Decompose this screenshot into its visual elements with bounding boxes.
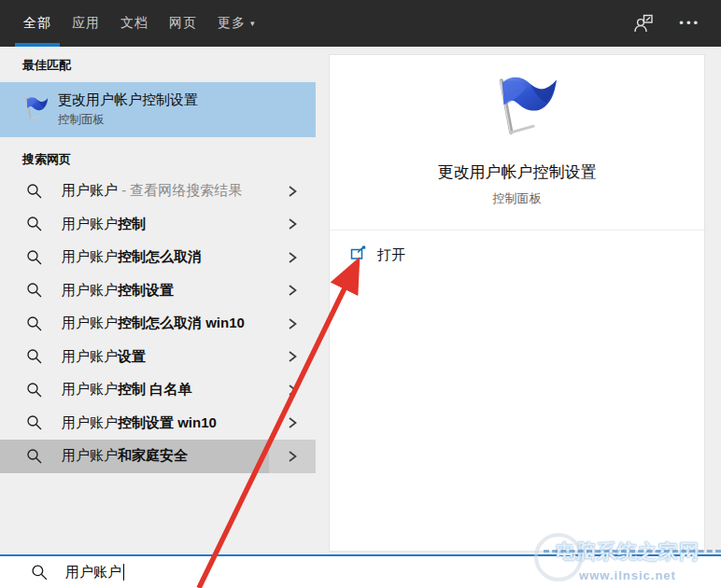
best-match-subtitle: 控制面板 xyxy=(58,112,198,128)
search-icon xyxy=(26,249,43,266)
search-input-bar[interactable]: 用户账户 xyxy=(0,554,721,588)
suggestion-text: 用户账户控制设置 win10 xyxy=(62,414,267,432)
search-top-bar: 全部 应用 文档 网页 更多 ▾ ••• xyxy=(0,0,721,47)
web-search-header: 搜索网页 xyxy=(0,137,316,175)
suggestion-text: 用户账户和家庭安全 xyxy=(62,447,267,465)
search-icon xyxy=(26,448,43,465)
tab-documents-label: 文档 xyxy=(120,15,148,32)
chevron-right-icon[interactable] xyxy=(269,407,316,441)
filter-tabs: 全部 应用 文档 网页 更多 ▾ xyxy=(13,0,266,47)
best-match-title: 更改用户帐户控制设置 xyxy=(58,91,198,109)
suggestion-row[interactable]: 用户账户控制设置 win10 xyxy=(0,407,316,441)
suggestion-text: 用户账户控制 白名单 xyxy=(62,381,267,399)
feedback-user-icon[interactable] xyxy=(632,12,655,35)
chevron-right-icon[interactable] xyxy=(269,307,316,341)
suggestion-row-highlighted[interactable]: 用户账户和家庭安全 xyxy=(0,440,316,473)
tab-more-label: 更多 xyxy=(218,15,246,32)
tab-all[interactable]: 全部 xyxy=(13,0,62,47)
preview-subtitle: 控制面板 xyxy=(493,190,542,207)
open-external-icon xyxy=(350,245,366,264)
divider xyxy=(330,230,704,231)
search-icon xyxy=(26,315,43,332)
chevron-right-icon[interactable] xyxy=(269,175,316,208)
search-icon xyxy=(26,183,43,200)
suggestion-text: 用户账户控制怎么取消 win10 xyxy=(62,315,267,332)
tab-web-label: 网页 xyxy=(169,15,197,32)
suggestion-text: 用户账户 - 查看网络搜索结果 xyxy=(62,182,267,200)
uac-flag-icon-large xyxy=(473,72,562,150)
suggestion-row[interactable]: 用户账户控制怎么取消 xyxy=(0,241,316,274)
best-match-item[interactable]: 更改用户帐户控制设置 控制面板 xyxy=(0,82,316,137)
open-label: 打开 xyxy=(377,246,405,264)
tab-web[interactable]: 网页 xyxy=(159,0,207,47)
chevron-right-icon[interactable] xyxy=(269,373,316,407)
open-action[interactable]: 打开 xyxy=(330,245,704,264)
preview-panel: 更改用户帐户控制设置 控制面板 打开 xyxy=(329,54,705,552)
search-results-area: 最佳匹配 更改用户帐户控制设置 控制面板 搜索网页 用户账户 - 查看网络搜索结… xyxy=(0,47,721,554)
tab-more[interactable]: 更多 ▾ xyxy=(207,0,266,47)
suggestion-row[interactable]: 用户账户设置 xyxy=(0,341,316,374)
suggestion-row[interactable]: 用户账户控制 白名单 xyxy=(0,373,316,407)
chevron-right-icon[interactable] xyxy=(269,440,316,473)
suggestion-row[interactable]: 用户账户 - 查看网络搜索结果 xyxy=(0,175,316,208)
suggestion-text: 用户账户设置 xyxy=(62,348,267,366)
search-icon xyxy=(31,564,49,581)
preview-title: 更改用户帐户控制设置 xyxy=(438,161,597,183)
ellipsis-icon[interactable]: ••• xyxy=(679,0,700,47)
tab-all-label: 全部 xyxy=(23,15,51,32)
search-icon xyxy=(26,348,43,365)
search-input-value[interactable]: 用户账户 xyxy=(65,564,121,581)
tab-apps-label: 应用 xyxy=(72,15,100,32)
suggestion-text: 用户账户控制怎么取消 xyxy=(62,248,267,266)
chevron-right-icon[interactable] xyxy=(269,341,316,374)
search-icon xyxy=(26,216,43,232)
search-icon xyxy=(26,382,43,399)
suggestion-row[interactable]: 用户账户控制 xyxy=(0,208,316,242)
tab-apps[interactable]: 应用 xyxy=(62,0,110,47)
results-left-panel: 最佳匹配 更改用户帐户控制设置 控制面板 搜索网页 用户账户 - 查看网络搜索结… xyxy=(0,47,316,554)
best-match-header: 最佳匹配 xyxy=(0,47,316,82)
text-cursor xyxy=(123,564,124,581)
chevron-right-icon[interactable] xyxy=(269,241,316,274)
suggestion-text: 用户账户控制 xyxy=(62,216,267,233)
chevron-right-icon[interactable] xyxy=(269,274,316,308)
search-icon xyxy=(26,282,43,299)
chevron-right-icon[interactable] xyxy=(269,208,316,242)
search-icon xyxy=(26,414,43,431)
chevron-down-icon: ▾ xyxy=(250,19,256,28)
suggestion-row[interactable]: 用户账户控制设置 xyxy=(0,274,316,308)
tab-documents[interactable]: 文档 xyxy=(110,0,159,47)
suggestion-row[interactable]: 用户账户控制怎么取消 win10 xyxy=(0,307,316,341)
suggestion-text: 用户账户控制设置 xyxy=(62,282,267,300)
uac-flag-icon xyxy=(11,95,54,124)
